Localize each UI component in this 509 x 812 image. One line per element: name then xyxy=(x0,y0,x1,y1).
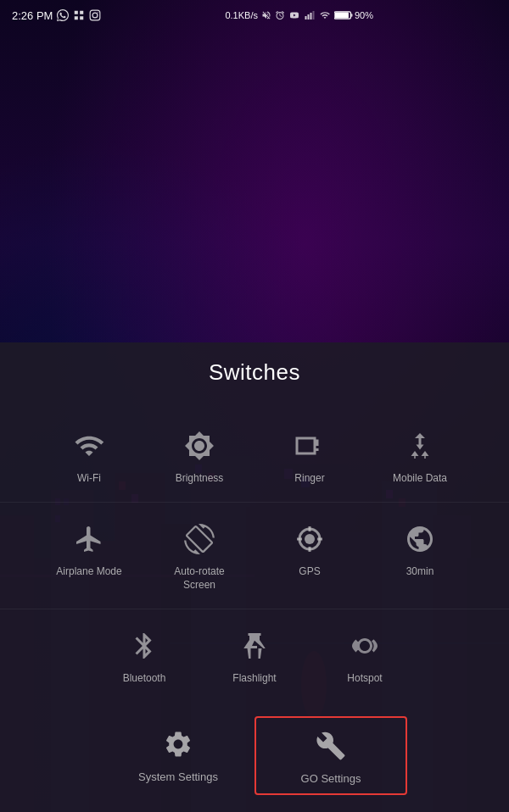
system-settings-label: System Settings xyxy=(138,770,218,783)
hotspot-icon xyxy=(350,631,380,661)
switch-grid: Wi-Fi Brightness Ringer Mo xyxy=(0,409,509,703)
mobile-data-icon xyxy=(405,431,435,461)
flashlight-label: Flashlight xyxy=(232,672,276,686)
go-settings-button[interactable]: GO Settings xyxy=(255,716,407,795)
switch-row-1: Wi-Fi Brightness Ringer Mo xyxy=(0,409,509,503)
wrench-icon-wrap xyxy=(311,726,350,765)
battery-display: 90% xyxy=(334,10,373,20)
wifi-icon xyxy=(74,431,104,461)
ringer-icon xyxy=(294,431,325,461)
gps-icon xyxy=(294,524,325,554)
time-display: 2:26 PM xyxy=(12,9,53,22)
wifi-label: Wi-Fi xyxy=(77,472,101,486)
whatsapp-icon xyxy=(57,9,69,21)
instagram-icon xyxy=(89,9,101,21)
mobile-data-icon-wrap xyxy=(400,426,439,465)
battery-percent: 90% xyxy=(355,10,373,20)
gps-label: GPS xyxy=(299,565,320,579)
svg-rect-35 xyxy=(335,13,349,19)
svg-rect-31 xyxy=(307,14,309,19)
wrench-icon xyxy=(316,731,346,761)
switch-item-flashlight[interactable]: Flashlight xyxy=(199,618,310,694)
flashlight-icon-wrap xyxy=(235,626,274,665)
status-left: 2:26 PM xyxy=(12,9,101,22)
brightness-icon xyxy=(184,431,215,461)
signal-icon xyxy=(304,10,316,20)
autorotate-icon xyxy=(184,524,215,554)
yt-icon xyxy=(288,10,300,20)
status-bar: 2:26 PM 0.1KB/s 90% xyxy=(0,0,509,31)
svg-rect-36 xyxy=(350,14,352,16)
mobile-data-label: Mobile Data xyxy=(393,472,447,486)
svg-rect-32 xyxy=(310,13,311,19)
hotspot-icon-wrap xyxy=(345,626,384,665)
settings-row: System Settings GO Settings xyxy=(0,703,509,812)
gps-icon-wrap xyxy=(290,520,329,559)
svg-rect-27 xyxy=(91,10,101,20)
grid-icon xyxy=(73,9,85,21)
hotspot-label: Hotspot xyxy=(347,672,382,686)
switch-item-autorotate[interactable]: Auto-rotateScreen xyxy=(144,511,255,600)
switch-item-wifi[interactable]: Wi-Fi xyxy=(34,418,144,494)
switch-row-2: Airplane Mode Auto-rotateScreen GPS xyxy=(0,503,509,609)
switch-item-mobile-data[interactable]: Mobile Data xyxy=(365,418,475,494)
bluetooth-label: Bluetooth xyxy=(123,672,166,686)
switch-item-bluetooth[interactable]: Bluetooth xyxy=(89,618,199,694)
wifi-status-icon xyxy=(319,10,331,20)
switch-item-airplane[interactable]: Airplane Mode xyxy=(34,511,144,600)
switch-item-brightness[interactable]: Brightness xyxy=(144,418,255,494)
brightness-label: Brightness xyxy=(176,472,224,486)
status-center: 0.1KB/s 90% xyxy=(225,10,373,20)
ringer-label: Ringer xyxy=(294,472,324,486)
autorotate-icon-wrap xyxy=(180,520,219,559)
bluetooth-icon-wrap xyxy=(125,626,164,665)
brightness-icon-wrap xyxy=(180,426,219,465)
gear-icon xyxy=(163,729,193,759)
svg-rect-33 xyxy=(312,11,314,19)
timer-icon xyxy=(405,524,435,554)
alarm-icon xyxy=(275,10,285,20)
svg-point-28 xyxy=(93,13,98,18)
switch-item-ringer[interactable]: Ringer xyxy=(255,418,365,494)
gear-icon-wrap xyxy=(159,725,198,764)
battery-icon xyxy=(334,10,353,20)
airplane-icon xyxy=(74,524,104,554)
flashlight-icon xyxy=(239,631,270,661)
system-settings-button[interactable]: System Settings xyxy=(102,716,255,795)
panel-title: Switches xyxy=(0,359,509,386)
mute-icon xyxy=(261,10,271,20)
bluetooth-icon xyxy=(129,631,159,661)
svg-point-38 xyxy=(305,534,315,544)
switch-item-hotspot[interactable]: Hotspot xyxy=(310,618,420,694)
svg-point-29 xyxy=(98,12,98,13)
ringer-icon-wrap xyxy=(290,426,329,465)
switches-panel: Switches Wi-Fi Brightness xyxy=(0,342,509,812)
speed-display: 0.1KB/s xyxy=(225,10,258,20)
autorotate-label: Auto-rotateScreen xyxy=(174,565,224,592)
svg-rect-30 xyxy=(305,16,306,19)
airplane-label: Airplane Mode xyxy=(56,565,121,579)
switch-item-gps[interactable]: GPS xyxy=(255,511,365,600)
airplane-icon-wrap xyxy=(70,520,109,559)
wifi-icon-wrap xyxy=(70,426,109,465)
switch-item-timer[interactable]: 30min xyxy=(365,511,475,600)
timer-label: 30min xyxy=(406,565,434,579)
switch-row-3: Bluetooth Flashlight Hotspot xyxy=(0,609,509,703)
timer-icon-wrap xyxy=(400,520,439,559)
go-settings-label: GO Settings xyxy=(301,772,361,785)
